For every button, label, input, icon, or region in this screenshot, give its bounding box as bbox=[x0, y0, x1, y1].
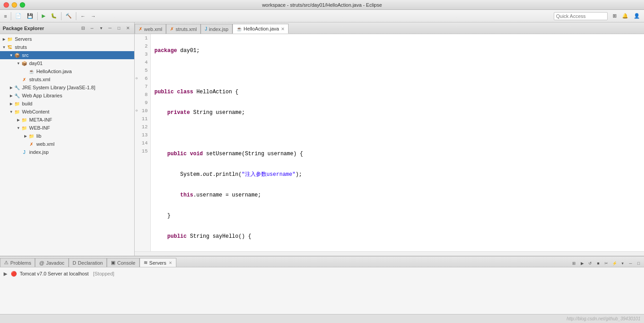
toolbar-right-icons: ⊞ 🔔 👤 bbox=[610, 11, 642, 21]
disconnect-server-icon[interactable]: ✂ bbox=[603, 260, 610, 267]
separator-3 bbox=[61, 12, 61, 20]
line-9: 9 bbox=[135, 99, 150, 107]
server-status: [Stopped] bbox=[93, 271, 114, 276]
new-server-icon[interactable]: ⊞ bbox=[570, 260, 578, 267]
helloaction-icon: ☕ bbox=[28, 68, 35, 75]
code-content[interactable]: package day01; public class HelloAction … bbox=[151, 34, 644, 251]
publish-server-icon[interactable]: ⚡ bbox=[611, 260, 618, 267]
start-server-icon[interactable]: ▶ bbox=[578, 260, 586, 267]
back-button[interactable]: ← bbox=[78, 11, 88, 21]
tree-item-struts-xml[interactable]: ▶ ✗ struts.xml bbox=[0, 75, 134, 83]
servers-tab-close[interactable]: ✕ bbox=[169, 261, 172, 265]
run-button[interactable]: ▶ bbox=[39, 11, 48, 21]
index-jsp-icon: J bbox=[21, 148, 28, 156]
tab-servers[interactable]: ≋ Servers ✕ bbox=[140, 258, 177, 267]
server-menu-icon[interactable]: ▾ bbox=[619, 260, 626, 267]
forward-button[interactable]: → bbox=[88, 11, 98, 21]
struts-xml-tab-label: struts.xml bbox=[175, 26, 197, 32]
line-14: 14 bbox=[135, 139, 150, 147]
line-12: 12 bbox=[135, 123, 150, 131]
tree-item-web-xml[interactable]: ▶ ✗ web.xml bbox=[0, 140, 134, 148]
build-button[interactable]: 🔨 bbox=[63, 11, 74, 21]
sidebar-menu-button[interactable]: ▾ bbox=[97, 25, 105, 32]
index-jsp-label: index.jsp bbox=[29, 149, 48, 155]
tree-item-webcontent[interactable]: ▼ 📁 WebContent bbox=[0, 108, 134, 116]
perspective-button[interactable]: ⊞ bbox=[610, 11, 619, 21]
quick-access-input[interactable] bbox=[554, 12, 608, 20]
declaration-tab-icon: D bbox=[73, 260, 76, 266]
tree-item-index-jsp[interactable]: ▶ J index.jsp bbox=[0, 148, 134, 156]
maximize-button[interactable] bbox=[20, 2, 25, 8]
editor-tabs: ✗ web.xml ✗ struts.xml J index.jsp ☕ Hel… bbox=[135, 22, 644, 34]
minimize-bottom-icon[interactable]: ─ bbox=[627, 260, 634, 267]
web-xml-tab-icon: ✗ bbox=[139, 26, 142, 31]
web-xml-icon: ✗ bbox=[28, 140, 35, 148]
server-list-item[interactable]: ▶ 🔴 Tomcat v7.0 Server at localhost [Sto… bbox=[4, 269, 640, 278]
save-button[interactable]: 💾 bbox=[25, 11, 35, 21]
file-menu-button[interactable]: ≡ bbox=[2, 11, 9, 21]
code-line-7: System.out.println("注入参数username"); bbox=[154, 170, 640, 179]
webcontent-icon: 📁 bbox=[13, 108, 21, 115]
close-button[interactable] bbox=[4, 2, 9, 8]
package-explorer-title: Package Explorer bbox=[3, 26, 78, 31]
tab-declaration[interactable]: D Declaration bbox=[69, 258, 107, 267]
link-editor-button[interactable]: ↔ bbox=[88, 25, 96, 32]
struts-xml-icon: ✗ bbox=[21, 76, 28, 83]
tree-item-jre[interactable]: ▶ 🔧 JRE System Library [JavaSE-1.8] bbox=[0, 83, 134, 92]
stop-server-icon[interactable]: ■ bbox=[595, 260, 602, 267]
minimize-button[interactable] bbox=[12, 2, 17, 8]
tab-problems[interactable]: ⚠ Problems bbox=[0, 258, 35, 267]
tree-item-build[interactable]: ▶ 📁 build bbox=[0, 100, 134, 108]
tree-item-lib[interactable]: ▶ 📁 lib bbox=[0, 132, 134, 140]
minimize-panel-button[interactable]: ─ bbox=[106, 25, 114, 32]
separator-1 bbox=[11, 12, 11, 20]
tree-item-web-inf[interactable]: ▼ 📁 WEB-INF bbox=[0, 124, 134, 132]
code-line-10: public String sayHello() { bbox=[154, 232, 640, 240]
tree-item-helloaction[interactable]: ▶ ☕ HelloAction.java bbox=[0, 67, 134, 75]
close-panel-button[interactable]: ✕ bbox=[124, 25, 131, 32]
webcontent-label: WebContent bbox=[22, 109, 49, 114]
line-13: 13 bbox=[135, 131, 150, 139]
src-label: src bbox=[22, 52, 29, 58]
code-line-9: } bbox=[154, 212, 640, 220]
build-arrow: ▶ bbox=[9, 101, 13, 106]
maximize-bottom-icon[interactable]: □ bbox=[635, 260, 642, 267]
code-editor[interactable]: 1 2 3 4 5 ⊖6 7 8 9 ⊖10 11 12 13 14 15 pa… bbox=[135, 34, 644, 251]
tab-helloaction[interactable]: ☕ HelloAction.java ✕ bbox=[232, 24, 289, 34]
tree-item-day01[interactable]: ▼ 📦 day01 bbox=[0, 59, 134, 67]
day01-arrow: ▼ bbox=[16, 61, 21, 65]
tab-console[interactable]: ▣ Console bbox=[107, 258, 139, 267]
struts-xml-label: struts.xml bbox=[29, 77, 50, 82]
new-button[interactable]: 📄 bbox=[13, 11, 24, 21]
tab-web-xml[interactable]: ✗ web.xml bbox=[135, 24, 166, 34]
helloaction-tab-close[interactable]: ✕ bbox=[281, 26, 285, 31]
tab-struts-xml[interactable]: ✗ struts.xml bbox=[166, 24, 201, 34]
collapse-all-button[interactable]: ⊟ bbox=[79, 25, 87, 32]
tree-item-servers[interactable]: ▶ 📁 Servers bbox=[0, 35, 134, 43]
tab-index-jsp[interactable]: J index.jsp bbox=[201, 24, 232, 34]
notifications-button[interactable]: 🔔 bbox=[620, 11, 631, 21]
server-icon: 🔴 bbox=[11, 271, 17, 277]
editor-area: ✗ web.xml ✗ struts.xml J index.jsp ☕ Hel… bbox=[135, 22, 644, 256]
separator-2 bbox=[37, 12, 38, 20]
tree-item-struts[interactable]: ▼ 🏗 struts bbox=[0, 43, 134, 51]
title-bar: workspace - struts/src/day01/HelloAction… bbox=[0, 0, 644, 10]
separator-4 bbox=[76, 12, 76, 20]
maximize-panel-button[interactable]: □ bbox=[115, 25, 123, 32]
webapp-libs-icon: 🔧 bbox=[13, 92, 21, 99]
status-bar: http://blog.csdn.net/github_39430101 bbox=[0, 314, 644, 323]
tree-item-meta-inf[interactable]: ▶ 📁 META-INF bbox=[0, 116, 134, 124]
main-area: Package Explorer ⊟ ↔ ▾ ─ □ ✕ ▶ 📁 Servers… bbox=[0, 22, 644, 256]
horizontal-scrollbar[interactable] bbox=[135, 251, 644, 256]
user-button[interactable]: 👤 bbox=[631, 11, 642, 21]
meta-inf-label: META-INF bbox=[29, 117, 52, 122]
window-controls[interactable] bbox=[4, 2, 25, 8]
restart-server-icon[interactable]: ↺ bbox=[587, 260, 594, 267]
tree-item-webapp-libs[interactable]: ▶ 🔧 Web App Libraries bbox=[0, 92, 134, 100]
window-title: workspace - struts/src/day01/HelloAction… bbox=[262, 2, 382, 8]
debug-button[interactable]: 🐛 bbox=[48, 11, 59, 21]
lib-icon: 📁 bbox=[28, 132, 35, 140]
tree-item-src[interactable]: ▼ 📦 src bbox=[0, 51, 134, 59]
tab-javadoc[interactable]: @ Javadoc bbox=[35, 258, 68, 267]
server-expand-arrow[interactable]: ▶ bbox=[4, 271, 8, 277]
